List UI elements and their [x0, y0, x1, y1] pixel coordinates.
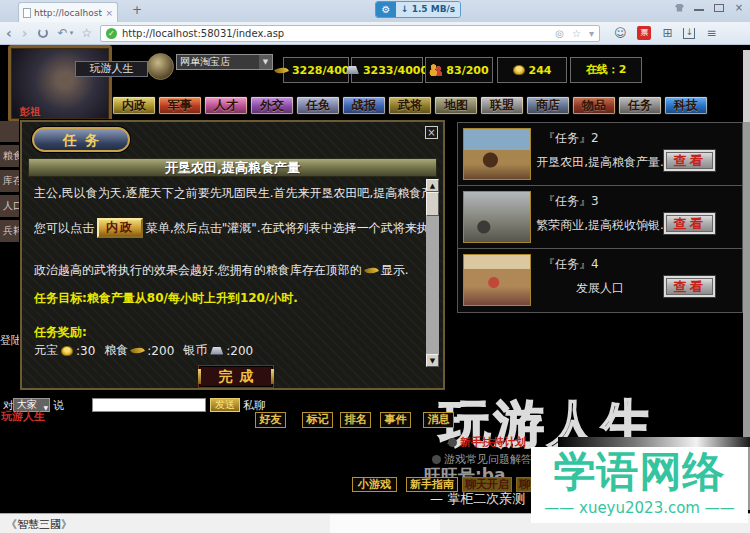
- shop-select[interactable]: 网单淘宝店▼: [176, 54, 273, 70]
- skin-icon[interactable]: [675, 4, 684, 12]
- reader-icon[interactable]: ◎: [555, 28, 564, 39]
- grain-icon: [364, 265, 379, 277]
- nav-item-11[interactable]: 物品: [572, 96, 616, 115]
- toolbar: ‹ › ↶ ▾ ☆ ✓ http://localhost:58031/index…: [0, 22, 750, 45]
- send-button[interactable]: 发送: [210, 398, 240, 412]
- nav-item-7[interactable]: 武将: [388, 96, 432, 115]
- resource-population: 83/200: [425, 57, 493, 83]
- quest-title-bar: 开垦农田,提高粮食产量: [28, 158, 437, 177]
- watermark-gradient: [558, 437, 750, 447]
- back-icon[interactable]: ‹: [6, 25, 12, 41]
- security-shield-icon[interactable]: ✓: [106, 28, 117, 39]
- nav-item-1[interactable]: 内政: [112, 96, 156, 115]
- dialog-scroll-thumb[interactable]: [426, 192, 439, 216]
- menu-icon[interactable]: ≡: [706, 26, 716, 40]
- chat-tab-5[interactable]: 消息: [423, 412, 454, 428]
- sidebar-row-2: 库存: [0, 170, 22, 192]
- nav-item-9[interactable]: 联盟: [480, 96, 524, 115]
- game-button-2[interactable]: 新手指南: [406, 477, 458, 492]
- downloader-icon: ⚙: [376, 2, 396, 17]
- nav-item-2[interactable]: 军事: [158, 96, 202, 115]
- reward-name: 元宝: [34, 342, 58, 359]
- chat-tab-4[interactable]: 事件: [380, 412, 411, 428]
- nav-item-13[interactable]: 科技: [664, 96, 708, 115]
- close-icon[interactable]: ×: [734, 3, 744, 12]
- resource-coin: 244: [497, 57, 567, 83]
- shopkeeper-note: — 掌柜二次亲测: [430, 490, 525, 508]
- maximize-icon[interactable]: [714, 4, 724, 12]
- tab-bar: http://localhost:58031/i... × + ⚙ ↓ 1.5 …: [0, 0, 750, 22]
- private-chat-label[interactable]: 私聊: [243, 398, 265, 413]
- tab-close-icon[interactable]: ×: [105, 8, 113, 18]
- dialog-scrollbar[interactable]: ▲ ▼: [426, 179, 439, 367]
- nav-item-3[interactable]: 人才: [204, 96, 248, 115]
- grain-icon: [274, 64, 289, 76]
- dialog-close-icon[interactable]: ×: [425, 126, 438, 139]
- reward-label: 任务奖励:: [34, 324, 426, 341]
- dropdown-caret-icon[interactable]: ▼: [259, 55, 272, 69]
- chat-tab-1[interactable]: 好友: [255, 412, 286, 428]
- scroll-down-icon[interactable]: ▼: [426, 354, 439, 367]
- sidebar-strip: [0, 121, 22, 142]
- nav-item-5[interactable]: 任免: [296, 96, 340, 115]
- chat-tab-2[interactable]: 标记: [302, 412, 333, 428]
- forward-icon[interactable]: ›: [22, 25, 28, 41]
- quest-thumbnail: [463, 191, 531, 243]
- ticket-extension-icon[interactable]: 票: [637, 26, 651, 40]
- quest-paragraph-2: 您可以点击 内政 菜单,然后点击"灌溉".在武将列表中选择一个武将来执行.: [34, 216, 426, 240]
- apps-grid-icon[interactable]: ⊞: [662, 26, 672, 40]
- emblem-icon: [147, 53, 174, 80]
- scrollbar-thumb[interactable]: [743, 50, 750, 122]
- nav-item-8[interactable]: 地图: [434, 96, 478, 115]
- nav-item-4[interactable]: 外交: [250, 96, 294, 115]
- reload-icon[interactable]: [38, 28, 48, 38]
- browser-chrome: http://localhost:58031/i... × + ⚙ ↓ 1.5 …: [0, 0, 750, 45]
- watermark: 学语网络 —— xueyu2023.com ——: [531, 447, 748, 523]
- url-text: http://localhost:58031/index.asp: [122, 28, 547, 39]
- browser-tab[interactable]: http://localhost:58031/i... ×: [18, 2, 118, 22]
- resource-value: 3233/4000: [363, 64, 428, 77]
- sidebar-row-3: 人口: [0, 195, 22, 217]
- nav-item-10[interactable]: 商店: [526, 96, 570, 115]
- new-tab-button[interactable]: +: [128, 3, 146, 18]
- feedback-smiley-icon[interactable]: ☺: [614, 26, 627, 40]
- population-icon: [429, 64, 442, 76]
- downloads-icon[interactable]: ↓: [683, 28, 695, 39]
- bullet-icon: [432, 455, 441, 464]
- sidebar-row-4: 兵耗: [0, 220, 22, 242]
- minimize-icon[interactable]: [694, 4, 704, 11]
- login-fragment: 登陆后: [0, 333, 20, 348]
- url-caret-icon[interactable]: ▾: [589, 28, 594, 39]
- status-white-box: [330, 515, 440, 533]
- download-speed: 1.5 MB/s: [412, 4, 456, 14]
- quest-thumbnail: [463, 254, 531, 306]
- nav-item-6[interactable]: 战报: [342, 96, 386, 115]
- view-button[interactable]: 查看: [663, 275, 716, 298]
- download-speed-badge[interactable]: ⚙ ↓ 1.5 MB/s: [375, 1, 461, 18]
- game-button-3[interactable]: 聊天开启: [462, 477, 512, 492]
- history-caret-icon[interactable]: ▾: [70, 29, 74, 37]
- quest-row: 『任务』2开垦农田,提高粮食产量.查看: [458, 123, 742, 186]
- complete-button[interactable]: 完成: [198, 365, 274, 388]
- resource-value: 83/200: [446, 64, 488, 77]
- view-button[interactable]: 查看: [663, 149, 716, 172]
- quest-title: 『任务』3: [543, 193, 599, 210]
- bookmark-star-icon[interactable]: ☆: [81, 26, 92, 40]
- quest-thumbnail: [463, 128, 531, 180]
- nav-item-12[interactable]: 任务: [618, 96, 662, 115]
- quest-goal: 任务目标:粮食产量从80/每小时上升到120/小时.: [34, 290, 426, 307]
- scroll-up-icon[interactable]: ▲: [426, 179, 439, 192]
- chat-tab-3[interactable]: 排名: [340, 412, 371, 428]
- download-arrow: ↓: [401, 4, 409, 14]
- reward-line: 元宝:30粮食:200银币:200: [34, 342, 426, 359]
- url-input[interactable]: ✓ http://localhost:58031/index.asp ◎ ☆ ▾: [100, 25, 600, 42]
- history-back-icon[interactable]: ↶: [58, 26, 68, 40]
- main-menu: 内政军事人才外交任免战报武将地图联盟商店物品任务科技: [0, 96, 750, 116]
- chat-input[interactable]: [92, 398, 206, 412]
- coin-icon: [513, 65, 525, 75]
- game-button-1[interactable]: 小游戏: [352, 477, 397, 492]
- coin-icon: [61, 346, 73, 356]
- view-button[interactable]: 查看: [663, 212, 716, 235]
- star-icon[interactable]: ☆: [572, 28, 581, 39]
- player-name-plate: 玩游人生: [75, 61, 148, 77]
